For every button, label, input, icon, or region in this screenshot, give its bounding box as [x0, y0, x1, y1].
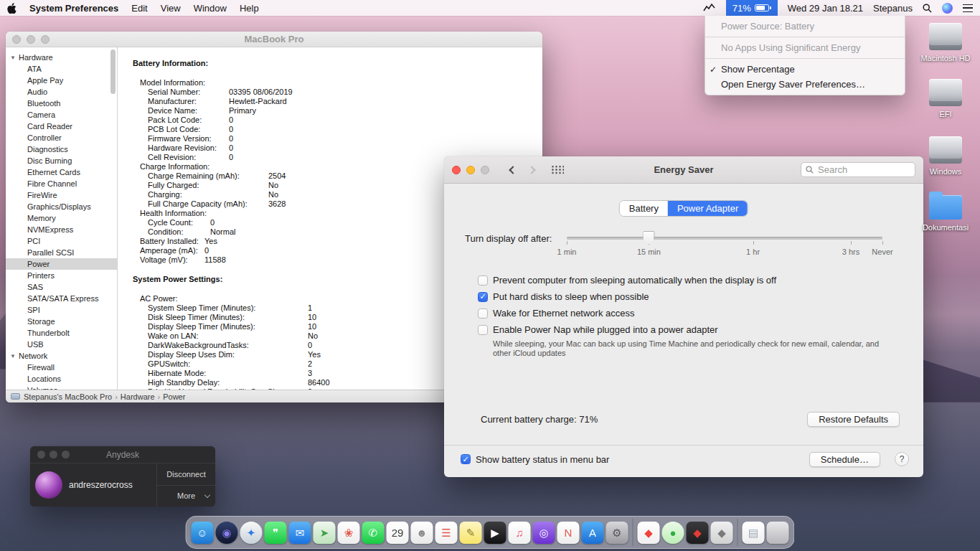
menu-item-show-percentage[interactable]: ✓Show Percentage [705, 62, 905, 77]
schedule-button[interactable]: Schedule… [809, 452, 880, 467]
sidebar-item-thunderbolt[interactable]: Thunderbolt [6, 327, 117, 339]
more-button[interactable]: More [157, 485, 215, 507]
sidebar-item-parallel-scsi[interactable]: Parallel SCSI [6, 247, 117, 258]
apple-menu[interactable] [7, 0, 17, 16]
notes-dock-icon[interactable]: ✎ [460, 522, 482, 544]
sidebar-item-ata[interactable]: ATA [6, 63, 117, 75]
podcasts-dock-icon[interactable]: ◎ [533, 522, 555, 544]
minimize-button[interactable] [50, 451, 57, 458]
menu-help[interactable]: Help [240, 3, 259, 14]
search-input[interactable] [816, 164, 910, 176]
show-battery-status-checkbox[interactable] [461, 454, 471, 464]
tv-dock-icon[interactable]: ▶ [484, 522, 507, 544]
checkbox-prevent-computer-from[interactable] [478, 276, 488, 286]
reminders-dock-icon[interactable]: ☰ [435, 522, 458, 544]
sidebar-section-hardware[interactable]: ▼Hardware [6, 52, 117, 63]
sidebar-item-volumes[interactable]: Volumes [6, 385, 117, 390]
sidebar-item-printers[interactable]: Printers [6, 270, 117, 281]
menu-bar-clock[interactable]: Wed 29 Jan 18.21 [788, 0, 863, 16]
desktop-icon-dokumentasi[interactable]: Dokumentasi [914, 195, 977, 232]
slider-track[interactable] [567, 237, 882, 240]
sidebar-item-sata-sata-express[interactable]: SATA/SATA Express [6, 293, 117, 304]
sidebar-item-pci[interactable]: PCI [6, 235, 117, 247]
tab-battery[interactable]: Battery [620, 201, 668, 216]
menu-window[interactable]: Window [194, 3, 227, 14]
messages-dock-icon[interactable]: ❞ [265, 522, 287, 544]
search-field[interactable] [801, 162, 915, 177]
sidebar-item-apple-pay[interactable]: Apple Pay [6, 75, 117, 86]
sidebar-item-locations[interactable]: Locations [6, 373, 117, 385]
sidebar-item-controller[interactable]: Controller [6, 132, 117, 143]
notification-center-icon[interactable] [963, 0, 973, 16]
sidebar-item-camera[interactable]: Camera [6, 109, 117, 121]
slider-knob[interactable] [643, 231, 655, 245]
sidebar-item-ethernet-cards[interactable]: Ethernet Cards [6, 166, 117, 178]
window-titlebar[interactable]: Anydesk [30, 446, 215, 463]
desktop-icon-windows[interactable]: Windows [914, 136, 977, 176]
user-menu[interactable]: Stepanus [873, 0, 913, 16]
help-button[interactable]: ? [895, 452, 909, 466]
safari-dock-icon[interactable]: ✦ [240, 522, 263, 544]
window-titlebar[interactable]: MacBook Pro [6, 32, 542, 47]
tab-power-adapter[interactable]: Power Adapter [668, 201, 748, 216]
red-diamond-app-dock-icon[interactable]: ◆ [687, 522, 709, 544]
finder-dock-icon[interactable]: ☺ [192, 522, 214, 544]
close-button[interactable] [12, 35, 21, 44]
display-off-slider[interactable]: 1 min15 min1 hr3 hrsNever [567, 230, 882, 259]
menu-edit[interactable]: Edit [131, 3, 147, 14]
menu-item-open-energy-saver-preferences[interactable]: Open Energy Saver Preferences… [705, 77, 905, 92]
music-dock-icon[interactable]: ♫ [509, 522, 531, 544]
close-button[interactable] [37, 451, 45, 458]
menu-view[interactable]: View [161, 3, 181, 14]
sidebar-item-bluetooth[interactable]: Bluetooth [6, 98, 117, 109]
app-store-dock-icon[interactable]: A [582, 522, 604, 544]
sidebar-item-fibre-channel[interactable]: Fibre Channel [6, 178, 117, 189]
maps-dock-icon[interactable]: ➤ [314, 522, 336, 544]
battery-menu-item[interactable]: 71% [726, 0, 778, 16]
zoom-button[interactable] [41, 35, 50, 44]
minimize-button[interactable] [27, 35, 35, 44]
sidebar-item-spi[interactable]: SPI [6, 304, 117, 316]
restore-defaults-button[interactable]: Restore Defaults [807, 412, 900, 427]
system-preferences-dock-icon[interactable]: ⚙ [606, 522, 628, 544]
gray-diamond-app-dock-icon[interactable]: ◆ [711, 522, 733, 544]
sidebar-item-usb[interactable]: USB [6, 339, 117, 350]
anydesk-dock-icon[interactable]: ◆ [638, 522, 660, 544]
trash-dock-icon[interactable] [767, 522, 789, 544]
sidebar-item-audio[interactable]: Audio [6, 86, 117, 98]
downloads-dock-icon[interactable]: ▤ [743, 522, 765, 544]
green-orb-app-dock-icon[interactable]: ● [662, 522, 684, 544]
minimize-button[interactable] [466, 166, 475, 174]
sidebar-item-card-reader[interactable]: Card Reader [6, 121, 117, 132]
desktop-icon-efi[interactable]: EFI [914, 79, 977, 119]
calendar-dock-icon[interactable]: 29 [387, 522, 409, 544]
disconnect-button[interactable]: Disconnect [157, 463, 215, 485]
sidebar-item-graphics-displays[interactable]: Graphics/Displays [6, 201, 117, 212]
spotlight-search-icon[interactable] [923, 0, 932, 16]
sidebar-item-sas[interactable]: SAS [6, 281, 117, 293]
activity-graph-icon[interactable] [703, 0, 716, 16]
sidebar-item-firewire[interactable]: FireWire [6, 189, 117, 201]
close-button[interactable] [452, 166, 461, 174]
sidebar-item-nvmexpress[interactable]: NVMExpress [6, 224, 117, 235]
contacts-dock-icon[interactable]: ☻ [411, 522, 433, 544]
mail-dock-icon[interactable]: ✉ [289, 522, 311, 544]
news-dock-icon[interactable]: N [557, 522, 580, 544]
window-toolbar[interactable]: Energy Saver [444, 156, 923, 184]
siri-dock-icon[interactable]: ◉ [216, 522, 238, 544]
app-menu-title[interactable]: System Preferences [29, 3, 118, 14]
show-all-grid-icon[interactable] [551, 165, 564, 174]
siri-icon[interactable] [942, 3, 953, 14]
sidebar-section-network[interactable]: ▼Network [6, 350, 117, 362]
back-button[interactable] [507, 163, 519, 177]
sidebar-item-diagnostics[interactable]: Diagnostics [6, 143, 117, 155]
sidebar-item-firewall[interactable]: Firewall [6, 362, 117, 373]
facetime-dock-icon[interactable]: ✆ [362, 522, 385, 544]
sidebar-item-storage[interactable]: Storage [6, 316, 117, 327]
zoom-button[interactable] [62, 451, 70, 458]
scrollbar-thumb[interactable] [110, 50, 116, 94]
checkbox-enable-power-nap[interactable] [478, 325, 488, 335]
sidebar-item-power[interactable]: Power [6, 258, 117, 270]
sidebar-item-memory[interactable]: Memory [6, 212, 117, 224]
sidebar-item-disc-burning[interactable]: Disc Burning [6, 155, 117, 166]
